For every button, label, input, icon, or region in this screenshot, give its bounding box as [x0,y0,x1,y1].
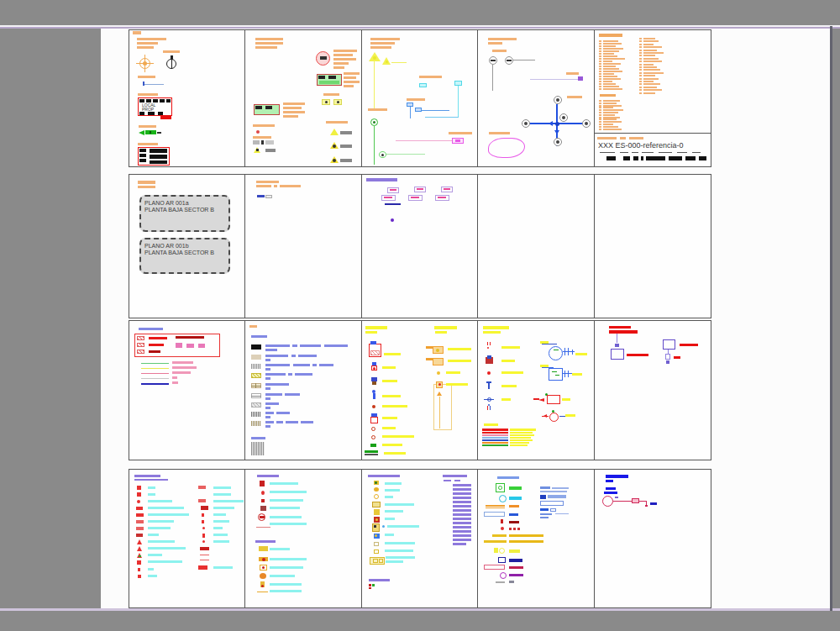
mark-r [265,393,282,396]
mark-r [453,509,471,512]
mark-c [499,548,505,554]
mark-r [253,140,260,145]
mark-r [144,84,164,85]
mark-r [301,421,313,423]
list-line [603,68,619,70]
mark-r [150,131,151,134]
mark-r [333,54,353,56]
list-line [643,58,659,60]
empty-panel-r2c5 [594,174,711,318]
list-line [643,69,660,71]
mark-r [540,495,546,499]
mark-r [385,542,415,544]
list-bullet [639,81,642,82]
mark-r [384,353,401,355]
mark-r [510,444,528,446]
mark-c [500,572,507,579]
mark-r [509,540,543,543]
legend-panel-r1c3 [361,29,479,167]
mark-r [213,566,233,569]
mark-r [453,530,471,533]
list-bullet [639,72,642,74]
list-bullet [599,66,601,67]
list-bullet [599,109,601,111]
mark-d [487,347,489,349]
mark-r [138,143,158,145]
mark-d [333,159,336,162]
mark-r [137,38,166,40]
mark-r [453,492,471,495]
mark-b [550,508,556,512]
list-line [603,117,620,118]
mark-r [270,499,303,502]
mark-r [646,156,665,160]
list-line [603,43,622,45]
mark-r [517,528,520,530]
mark-r [172,361,193,364]
mark-b [415,108,422,112]
mark-r [141,383,169,385]
list-line [643,55,655,56]
mark-r [148,520,174,523]
mark-r [149,344,164,346]
mark-r [138,93,158,96]
mark-r [453,534,471,537]
mark-r [295,373,312,376]
mark-r [645,505,648,507]
mark-r [370,42,395,45]
mark-r [552,371,557,372]
list-bullet [599,118,601,120]
mark-r [492,534,507,537]
mark-r [509,513,518,516]
mark-r [255,46,277,49]
mark-r [213,500,244,502]
mark-r [374,126,375,165]
mark-d [436,349,439,352]
list-bullet [599,58,601,60]
mark-c [549,346,563,360]
list-line [603,114,615,116]
mark-b [484,512,505,517]
list-line [603,40,618,42]
mark-r [328,76,336,79]
mark-r [606,475,628,478]
mark-r [385,503,414,506]
mark-r [396,140,452,141]
list-bullet [599,126,601,128]
mark-r [425,117,459,118]
mark-r [265,412,274,414]
list-bullet [599,68,601,70]
mark-r [620,152,628,153]
mark-r [148,493,155,496]
mark-r [486,381,491,383]
mark-r [148,486,155,489]
mark-b [632,498,639,503]
mark-r [265,387,270,390]
mark-r [255,38,283,40]
mark-r [265,383,289,386]
mark-d [562,116,565,119]
mark-r [172,371,191,374]
mark-d [143,61,147,66]
mark-r [453,526,471,528]
mark-r [489,132,510,134]
mark-d [375,481,377,484]
mark-r [344,76,356,79]
mark-r [482,437,508,439]
mark-r [283,107,302,109]
mark-r [340,145,352,148]
mark-r [365,326,387,329]
mark-r [446,383,468,386]
mark-r [148,500,172,502]
mark-r [257,195,265,197]
legend-panel-r3c5 [594,320,711,460]
mark-r [496,581,505,583]
mark-r [369,584,371,586]
mark-r [265,402,279,405]
mark-r [265,377,270,380]
mark-r [448,360,471,362]
list-bullet [599,53,601,55]
mark-r [139,555,141,557]
mark-r [382,366,396,369]
mark-r [494,548,498,553]
